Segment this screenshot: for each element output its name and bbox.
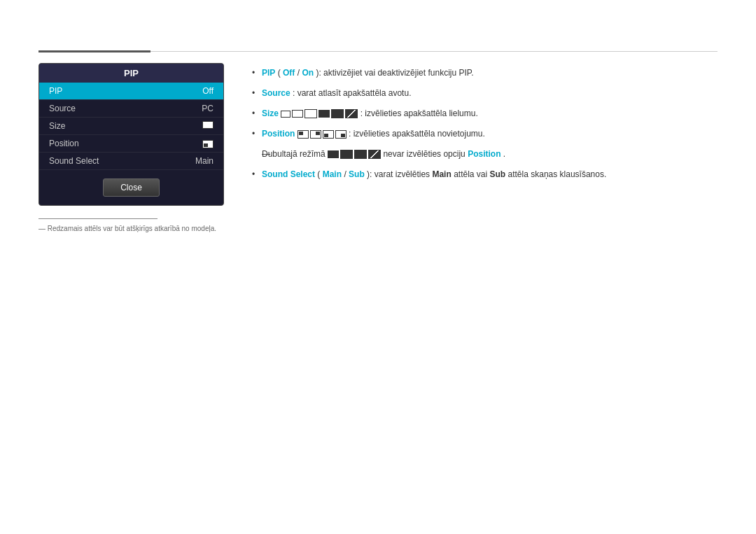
source-value: PC bbox=[202, 104, 214, 113]
source-text: : varat atlasīt apakšattēla avotu. bbox=[293, 88, 411, 98]
divider-thick bbox=[38, 50, 150, 52]
pip-dialog: PIP PIP Off Source PC Size bbox=[38, 63, 224, 206]
size-row[interactable]: Size bbox=[39, 118, 223, 135]
desc-list: PIP ( Off / On ): aktivizējiet vai deakt… bbox=[252, 66, 718, 181]
source-row[interactable]: Source PC bbox=[39, 100, 223, 118]
pip-parens-close: ): aktivizējiet vai deaktivizējiet funkc… bbox=[316, 68, 473, 78]
size-icons-inline bbox=[281, 108, 360, 118]
sound-open: ( bbox=[317, 169, 320, 179]
size-icon-1 bbox=[281, 111, 290, 118]
pip-off-val: Off bbox=[283, 68, 295, 78]
pos-br bbox=[335, 130, 346, 139]
size-icon bbox=[202, 121, 214, 131]
sound-sub-bold: Sub bbox=[490, 169, 506, 179]
position-icon bbox=[202, 139, 214, 148]
pip-off-label: PIP bbox=[262, 68, 275, 78]
position-label: Position bbox=[49, 139, 79, 148]
desc-position: Position : izvēlieties apakšattēla novie… bbox=[252, 127, 718, 140]
sound-select-value: Main bbox=[195, 156, 214, 166]
pos-tl bbox=[298, 130, 309, 139]
sound-text-2: attēla vai bbox=[454, 169, 489, 179]
size-label: Size bbox=[49, 121, 65, 131]
sound-text-3: attēla skaņas klausīšanos. bbox=[508, 169, 607, 179]
description-panel: PIP ( Off / On ): aktivizējiet vai deakt… bbox=[252, 63, 718, 232]
pip-row[interactable]: PIP Off bbox=[39, 83, 223, 100]
sound-select-bold: Sound Select bbox=[262, 169, 315, 179]
source-label: Source bbox=[49, 104, 76, 113]
position-row[interactable]: Position bbox=[39, 135, 223, 153]
pip-dialog-title: PIP bbox=[39, 64, 223, 83]
sound-main-val: Main bbox=[323, 169, 342, 179]
dub-icons-group bbox=[328, 150, 381, 159]
pos-note-middle: nevar izvēlēties opciju bbox=[383, 149, 468, 159]
pos-tr bbox=[310, 130, 321, 139]
left-panel: PIP PIP Off Source PC Size bbox=[38, 63, 224, 232]
sound-sub-val: Sub bbox=[349, 169, 365, 179]
main-content: PIP PIP Off Source PC Size bbox=[38, 63, 718, 232]
size-icon-2 bbox=[292, 110, 303, 118]
pos-note-prefix: Dubultajā režīmā bbox=[262, 149, 328, 159]
sound-select-row[interactable]: Sound Select Main bbox=[39, 153, 223, 170]
divider-thin bbox=[150, 51, 718, 52]
position-bold: Position bbox=[262, 129, 295, 139]
dub-icon-3 bbox=[354, 150, 367, 159]
size-icon-4 bbox=[318, 110, 330, 118]
sound-text-1: ): varat izvēlēties bbox=[367, 169, 432, 179]
pip-parens-open: ( bbox=[278, 68, 281, 78]
dub-icon-2 bbox=[340, 150, 353, 159]
desc-pip: PIP ( Off / On ): aktivizējiet vai deakt… bbox=[252, 66, 718, 79]
sound-main-bold: Main bbox=[432, 169, 451, 179]
size-icons-group bbox=[281, 109, 358, 118]
top-divider bbox=[38, 50, 718, 52]
close-button[interactable]: Close bbox=[103, 178, 160, 197]
position-icons-inline bbox=[298, 129, 349, 139]
pos-icon bbox=[202, 140, 214, 148]
page-container: PIP PIP Off Source PC Size bbox=[0, 0, 756, 534]
desc-sound: Sound Select ( Main / Sub ): varat izvēl… bbox=[252, 168, 718, 181]
pos-note-end: . bbox=[503, 149, 505, 159]
pip-desc-text: PIP ( Off / On ): aktivizējiet vai deakt… bbox=[262, 68, 474, 78]
size-icon-3 bbox=[304, 109, 317, 118]
size-icon-sm bbox=[202, 121, 214, 129]
pos-bl bbox=[323, 130, 334, 139]
desc-source: Source : varat atlasīt apakšattēla avotu… bbox=[252, 87, 718, 99]
source-bold: Source bbox=[262, 88, 290, 98]
pip-on-val: On bbox=[302, 68, 314, 78]
close-btn-row: Close bbox=[39, 170, 223, 205]
pip-label: PIP bbox=[49, 86, 62, 96]
footnote: ― Redzamais attēls var būt atšķirīgs atk… bbox=[38, 225, 224, 232]
sound-select-label: Sound Select bbox=[49, 156, 99, 166]
position-text: : izvēlieties apakšattēla novietojumu. bbox=[349, 129, 485, 139]
size-text: : izvēlieties apakšattēla lielumu. bbox=[360, 108, 478, 118]
position-icons-group bbox=[298, 130, 346, 139]
pos-note-bold: Position bbox=[468, 149, 500, 159]
dub-icon-4 bbox=[368, 150, 381, 159]
size-bold: Size bbox=[262, 108, 279, 118]
pip-value: Off bbox=[202, 86, 214, 96]
desc-position-note: Dubultajā režīmā nevar izvēlēties opciju… bbox=[252, 148, 718, 160]
size-icon-6 bbox=[345, 109, 358, 118]
dub-icon-1 bbox=[328, 150, 339, 158]
size-icon-5 bbox=[331, 109, 344, 118]
desc-size: Size : izvēlieties apakšattēla lielumu. bbox=[252, 107, 718, 120]
dialog-separator bbox=[38, 218, 158, 219]
